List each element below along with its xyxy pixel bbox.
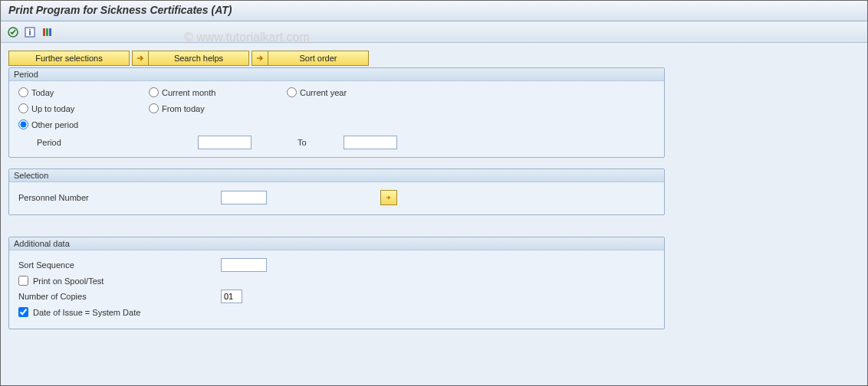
page-title: Print Program for Sickness Certificates … [1,1,867,21]
radio-current-month[interactable]: Current month [149,87,287,97]
svg-rect-4 [46,28,48,36]
variant-icon[interactable] [41,26,53,38]
additional-title: Additional data [9,237,664,250]
radio-current-year[interactable]: Current year [287,87,425,97]
period-title: Period [9,68,664,81]
toolbar: i [1,21,867,43]
sort-sequence-label: Sort Sequence [18,260,213,270]
print-spool-label: Print on Spool/Test [33,276,104,286]
selection-groupbox: Selection Personnel Number [8,168,665,215]
personnel-number-field[interactable] [221,191,267,204]
svg-rect-3 [43,28,45,36]
svg-rect-5 [49,28,51,36]
radio-up-to-today[interactable]: Up to today [18,103,149,113]
radio-today[interactable]: Today [18,87,149,97]
radio-from-today[interactable]: From today [149,103,287,113]
copies-field[interactable] [221,290,242,303]
info-icon[interactable]: i [24,26,36,38]
execute-icon[interactable] [7,26,19,38]
sort-order-button[interactable]: Sort order [268,51,369,66]
selection-title: Selection [9,169,664,182]
content: Further selections Search helps Sort ord… [1,43,867,348]
period-to-field[interactable] [344,136,397,149]
sort-sequence-field[interactable] [221,258,267,272]
copies-label: Number of Copies [18,292,213,301]
period-to-label: To [298,138,336,147]
date-issue-checkbox[interactable] [18,307,28,317]
button-row: Further selections Search helps Sort ord… [8,51,860,66]
further-selections-button[interactable]: Further selections [8,51,130,66]
personnel-number-label: Personnel Number [18,193,213,202]
search-helps-button[interactable]: Search helps [148,51,249,66]
period-label: Period [37,138,190,147]
additional-groupbox: Additional data Sort Sequence Print on S… [8,237,665,329]
period-groupbox: Period Today Current month Current year … [8,67,665,158]
radio-other-period[interactable]: Other period [18,119,149,129]
svg-text:i: i [28,28,31,37]
multiple-selection-button[interactable] [380,190,397,205]
period-from-field[interactable] [198,136,252,149]
print-spool-checkbox[interactable] [18,276,28,286]
date-issue-label: Date of Issue = System Date [33,308,140,317]
